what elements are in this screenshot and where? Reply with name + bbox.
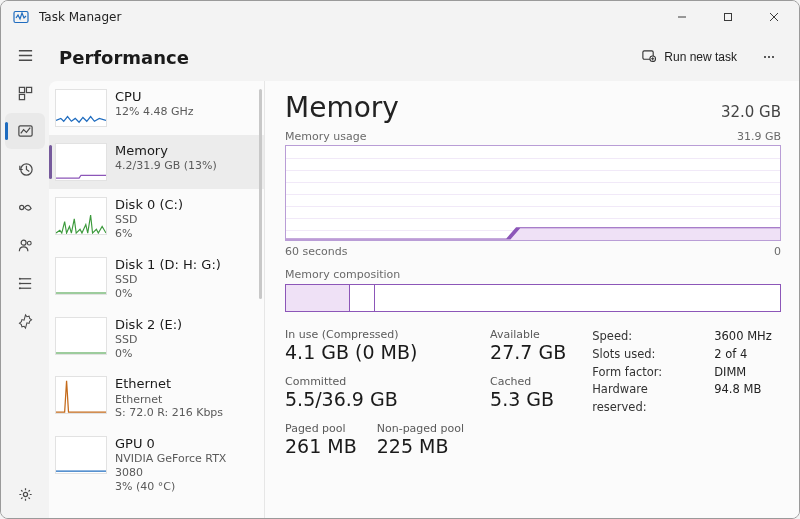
perf-item-name: GPU 0 (115, 436, 254, 452)
run-new-task-label: Run new task (664, 50, 737, 64)
axis-end: 0 (774, 245, 781, 258)
perf-item-name: Ethernet (115, 376, 223, 392)
perf-item-name: CPU (115, 89, 194, 105)
perf-item-disk2[interactable]: Disk 2 (E:) SSD 0% (49, 309, 264, 369)
maximize-button[interactable] (705, 2, 751, 32)
perf-item-memory[interactable]: Memory 4.2/31.9 GB (13%) (49, 135, 264, 189)
stat-value-available: 27.7 GB (490, 341, 566, 365)
axis-start: 60 seconds (285, 245, 347, 258)
kv-key: Hardware reserved: (592, 381, 704, 417)
stat-label: Cached (490, 375, 566, 388)
stat-label: Committed (285, 375, 464, 388)
usage-chart-label: Memory usage (285, 130, 366, 143)
perf-item-sub2: 6% (115, 227, 183, 241)
titlebar[interactable]: Task Manager (1, 1, 799, 33)
kv-key: Form factor: (592, 364, 704, 382)
perf-item-sub2: 3% (40 °C) (115, 480, 254, 494)
perf-item-ethernet[interactable]: Ethernet Ethernet S: 72.0 R: 216 Kbps (49, 368, 264, 428)
composition-label: Memory composition (285, 268, 781, 281)
run-task-icon (641, 48, 656, 66)
perf-item-sub: SSD (115, 213, 183, 227)
kv-val-slots: 2 of 4 (714, 346, 747, 364)
perf-item-name: Disk 1 (D: H: G:) (115, 257, 221, 273)
perf-item-name: Disk 0 (C:) (115, 197, 183, 213)
nav-users[interactable] (5, 227, 45, 263)
detail-capacity: 32.0 GB (721, 103, 781, 121)
mini-graph-cpu (55, 89, 107, 127)
perf-item-disk0[interactable]: Disk 0 (C:) SSD 6% (49, 189, 264, 249)
mini-graph-disk0 (55, 197, 107, 235)
perf-item-sub: Ethernet (115, 393, 223, 407)
performance-list: CPU 12% 4.48 GHz Memory 4.2/31.9 GB (13%… (49, 81, 265, 518)
kv-val-speed: 3600 MHz (714, 328, 772, 346)
page-title: Performance (59, 47, 189, 68)
app-title: Task Manager (39, 10, 121, 24)
stat-label: Available (490, 328, 566, 341)
memory-composition-chart (285, 284, 781, 312)
task-manager-window: Task Manager (0, 0, 800, 519)
stat-label: Non-paged pool (377, 422, 464, 435)
stat-label: Paged pool (285, 422, 357, 435)
perf-list-scrollbar[interactable] (259, 89, 262, 299)
svg-point-21 (18, 287, 20, 289)
nav-startup[interactable] (5, 189, 45, 225)
run-new-task-button[interactable]: Run new task (633, 42, 745, 72)
svg-rect-8 (19, 87, 24, 92)
kv-key: Speed: (592, 328, 704, 346)
nav-app-history[interactable] (5, 151, 45, 187)
perf-item-sub: 4.2/31.9 GB (13%) (115, 159, 217, 173)
perf-item-sub2: 0% (115, 287, 221, 301)
nav-rail (1, 33, 49, 518)
nav-services[interactable] (5, 303, 45, 339)
nav-performance[interactable] (5, 113, 45, 149)
svg-point-29 (772, 56, 774, 58)
stats-grid: In use (Compressed) 4.1 GB (0 MB) Commit… (285, 328, 781, 459)
svg-rect-2 (725, 14, 732, 21)
perf-item-sub2: 0% (115, 347, 182, 361)
page-header: Performance Run new task (49, 33, 799, 81)
perf-item-gpu0[interactable]: GPU 0 NVIDIA GeForce RTX 3080 3% (40 °C) (49, 428, 264, 502)
svg-rect-10 (19, 94, 24, 99)
nav-details[interactable] (5, 265, 45, 301)
perf-item-sub2: S: 72.0 R: 216 Kbps (115, 406, 223, 420)
svg-point-22 (23, 492, 27, 496)
nav-settings[interactable] (5, 476, 45, 512)
task-manager-app-icon (13, 9, 29, 25)
svg-point-19 (18, 277, 20, 279)
mini-graph-memory (55, 143, 107, 181)
svg-marker-33 (286, 228, 780, 240)
usage-chart-max: 31.9 GB (737, 130, 781, 143)
perf-item-sub: NVIDIA GeForce RTX 3080 (115, 452, 254, 480)
nav-processes[interactable] (5, 75, 45, 111)
stat-value-paged: 261 MB (285, 435, 357, 459)
mini-graph-disk1 (55, 257, 107, 295)
perf-item-sub: SSD (115, 333, 182, 347)
svg-point-20 (18, 282, 20, 284)
close-button[interactable] (751, 2, 797, 32)
kv-val-hwres: 94.8 MB (714, 381, 761, 417)
content-area: Performance Run new task (49, 33, 799, 518)
svg-point-28 (768, 56, 770, 58)
memory-usage-chart (285, 145, 781, 241)
more-options-button[interactable] (753, 42, 785, 72)
mini-graph-gpu0 (55, 436, 107, 474)
svg-point-27 (764, 56, 766, 58)
stat-value-in-use: 4.1 GB (0 MB) (285, 341, 464, 365)
svg-point-13 (19, 205, 23, 209)
perf-item-disk1[interactable]: Disk 1 (D: H: G:) SSD 0% (49, 249, 264, 309)
perf-item-name: Memory (115, 143, 217, 159)
perf-item-cpu[interactable]: CPU 12% 4.48 GHz (49, 81, 264, 135)
minimize-button[interactable] (659, 2, 705, 32)
stat-label: In use (Compressed) (285, 328, 464, 341)
hamburger-button[interactable] (5, 37, 45, 73)
mini-graph-ethernet (55, 376, 107, 414)
mini-graph-disk2 (55, 317, 107, 355)
stat-value-committed: 5.5/36.9 GB (285, 388, 464, 412)
stat-value-cached: 5.3 GB (490, 388, 566, 412)
svg-point-15 (27, 241, 31, 245)
detail-panel: Memory 32.0 GB Memory usage 31.9 GB (265, 81, 799, 518)
svg-rect-9 (26, 87, 31, 92)
detail-title: Memory (285, 91, 399, 124)
stat-value-nonpaged: 225 MB (377, 435, 464, 459)
svg-point-14 (21, 240, 26, 245)
